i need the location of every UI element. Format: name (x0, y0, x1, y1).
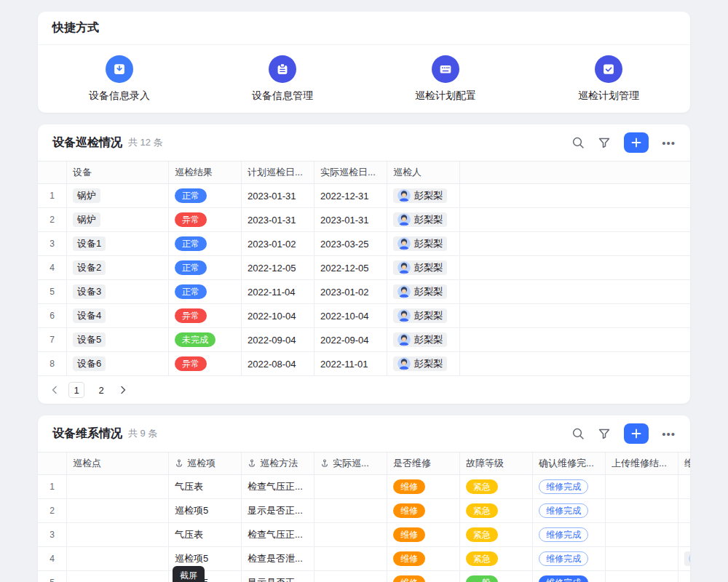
more-icon[interactable]: ••• (662, 137, 676, 149)
cell-upload[interactable] (606, 499, 678, 522)
cell-severity[interactable]: 紧急 (460, 499, 533, 522)
cell-severity[interactable]: 紧急 (460, 475, 533, 498)
cell-item[interactable]: 气压表 (169, 475, 242, 498)
add-record-button[interactable] (624, 132, 649, 153)
cell-planned-date[interactable]: 2022-12-05 (242, 256, 314, 279)
cell-planned-date[interactable]: 2022-09-04 (242, 328, 314, 351)
page-button-2[interactable]: 2 (93, 382, 109, 398)
header-result[interactable]: 巡检结果 (169, 162, 242, 183)
cell-actual-date[interactable]: 2022-12-05 (314, 256, 387, 279)
cell-actual-date[interactable]: 2023-01-02 (314, 280, 387, 303)
page-button-current[interactable]: 1 (68, 382, 84, 398)
cell-repair[interactable]: 维修 (387, 523, 460, 546)
more-icon[interactable]: ••• (662, 428, 676, 440)
cell-inspector[interactable]: 彭梨梨 (387, 256, 460, 279)
cell-method[interactable]: 检查气压正... (242, 523, 314, 546)
cell-upload[interactable] (606, 475, 678, 498)
cell-maintainer[interactable] (678, 523, 690, 546)
cell-point[interactable] (67, 475, 169, 498)
header-actual-date[interactable]: 实际巡检日... (314, 162, 387, 183)
chevron-left-icon[interactable] (50, 385, 60, 395)
shortcut-device-manage[interactable]: 设备信息管理 (201, 55, 364, 103)
cell-method[interactable]: 检查是否泄... (242, 547, 314, 570)
cell-planned-date[interactable]: 2022-10-04 (242, 304, 314, 327)
cell-actual[interactable] (314, 571, 387, 582)
cell-planned-date[interactable]: 2022-11-04 (242, 280, 314, 303)
cell-inspector[interactable]: 彭梨梨 (387, 232, 460, 255)
cell-repair[interactable]: 维修 (387, 499, 460, 522)
cell-actual-date[interactable]: 2023-03-25 (314, 232, 387, 255)
cell-item[interactable]: 巡检项5 (169, 499, 242, 522)
cell-actual-date[interactable]: 2022-11-01 (314, 352, 387, 375)
search-icon[interactable] (571, 136, 585, 149)
cell-planned-date[interactable]: 2023-01-02 (242, 232, 314, 255)
cell-result[interactable]: 正常 (169, 256, 242, 279)
column-header[interactable]: 是否维修 (387, 453, 460, 474)
cell-maintainer[interactable] (678, 571, 690, 582)
column-header[interactable]: 维 (678, 453, 690, 474)
column-header[interactable]: 巡检项 (169, 453, 242, 474)
cell-actual[interactable] (314, 523, 387, 546)
cell-actual-date[interactable]: 2022-12-31 (314, 184, 387, 207)
cell-device[interactable]: 设备5 (67, 328, 169, 351)
shortcut-plan-config[interactable]: 巡检计划配置 (364, 55, 527, 103)
cell-method[interactable]: 检查气压正... (242, 475, 314, 498)
add-record-button[interactable] (624, 423, 649, 444)
cell-inspector[interactable]: 彭梨梨 (387, 208, 460, 231)
chevron-right-icon[interactable] (118, 385, 128, 395)
cell-upload[interactable] (606, 523, 678, 546)
cell-actual-date[interactable]: 2023-01-31 (314, 208, 387, 231)
cell-device[interactable]: 设备4 (67, 304, 169, 327)
filter-icon[interactable] (598, 136, 611, 149)
cell-actual[interactable] (314, 499, 387, 522)
header-inspector[interactable]: 巡检人 (387, 162, 460, 183)
cell-planned-date[interactable]: 2022-08-04 (242, 352, 314, 375)
cell-repair[interactable]: 维修 (387, 571, 460, 582)
cell-confirm[interactable]: 维修完成 (533, 523, 606, 546)
cell-maintainer[interactable] (678, 547, 690, 570)
cell-inspector[interactable]: 彭梨梨 (387, 184, 460, 207)
column-header[interactable]: 上传维修结... (606, 453, 678, 474)
shortcut-device-entry[interactable]: 设备信息录入 (38, 55, 201, 103)
cell-device[interactable]: 锅炉 (67, 208, 169, 231)
cell-maintainer[interactable] (678, 499, 690, 522)
cell-confirm[interactable]: 维修完成 (533, 499, 606, 522)
cell-point[interactable] (67, 499, 169, 522)
cell-device[interactable]: 设备6 (67, 352, 169, 375)
cell-device[interactable]: 锅炉 (67, 184, 169, 207)
cell-method[interactable]: 显示是否正... (242, 571, 314, 582)
header-planned-date[interactable]: 计划巡检日... (242, 162, 314, 183)
column-header[interactable]: 实际巡... (314, 453, 387, 474)
cell-result[interactable]: 正常 (169, 232, 242, 255)
header-device[interactable]: 设备 (67, 162, 169, 183)
cell-result[interactable]: 异常 (169, 208, 242, 231)
cell-result[interactable]: 异常 (169, 352, 242, 375)
cell-point[interactable] (67, 523, 169, 546)
cell-device[interactable]: 设备1 (67, 232, 169, 255)
cell-severity[interactable]: 紧急 (460, 547, 533, 570)
cell-result[interactable]: 异常 (169, 304, 242, 327)
cell-confirm[interactable]: 维修完成 (533, 475, 606, 498)
cell-result[interactable]: 未完成 (169, 328, 242, 351)
cell-item[interactable]: 气压表 (169, 523, 242, 546)
cell-method[interactable]: 显示是否正... (242, 499, 314, 522)
cell-severity[interactable]: 紧急 (460, 523, 533, 546)
cell-point[interactable] (67, 547, 169, 570)
search-icon[interactable] (571, 427, 585, 440)
cell-planned-date[interactable]: 2023-01-31 (242, 184, 314, 207)
cell-result[interactable]: 正常 (169, 184, 242, 207)
cell-repair[interactable]: 维修 (387, 547, 460, 570)
column-header[interactable]: 确认维修完... (533, 453, 606, 474)
cell-inspector[interactable]: 彭梨梨 (387, 328, 460, 351)
cell-actual[interactable] (314, 475, 387, 498)
cell-planned-date[interactable]: 2023-01-31 (242, 208, 314, 231)
column-header[interactable]: 巡检点 (67, 453, 169, 474)
cell-actual-date[interactable]: 2022-09-04 (314, 328, 387, 351)
cell-result[interactable]: 正常 (169, 280, 242, 303)
cell-severity[interactable]: 一般 (460, 571, 533, 582)
cell-actual[interactable] (314, 547, 387, 570)
column-header[interactable]: 故障等级 (460, 453, 533, 474)
cell-maintainer[interactable] (678, 475, 690, 498)
filter-icon[interactable] (598, 427, 611, 440)
cell-upload[interactable] (606, 571, 678, 582)
